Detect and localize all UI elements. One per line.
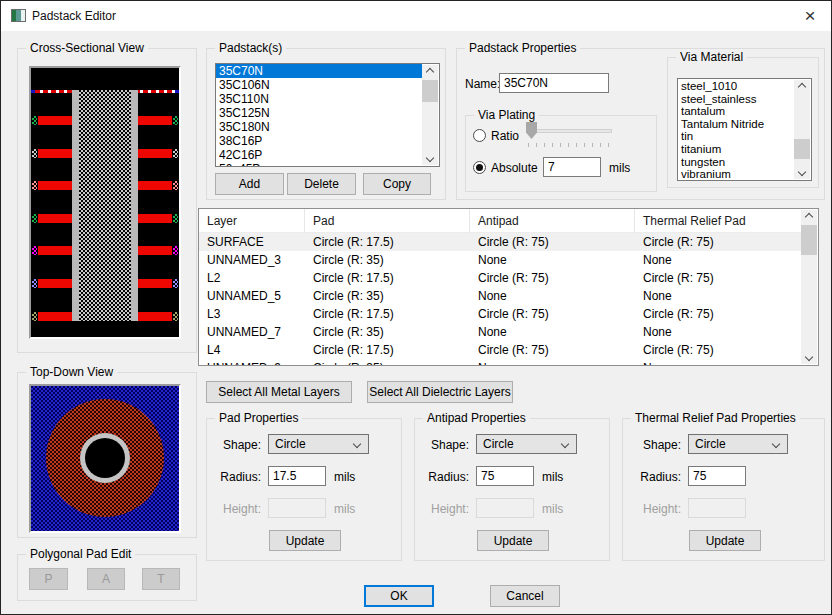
height-units-label: mils bbox=[334, 502, 355, 516]
thermal-shape-dropdown[interactable]: Circle bbox=[688, 434, 788, 454]
antipad-radius-field[interactable] bbox=[476, 466, 534, 486]
table-row[interactable]: L4Circle (R: 17.5)Circle (R: 75)Circle (… bbox=[199, 341, 801, 359]
via-material-list: steel_1010 steel_stainless tantalum Tant… bbox=[677, 78, 812, 181]
radius-units-label: mils bbox=[334, 470, 355, 484]
ratio-radio[interactable] bbox=[473, 129, 486, 142]
via-material-scrollbar[interactable] bbox=[794, 80, 810, 179]
surface-dash-left bbox=[35, 90, 75, 93]
top-down-image bbox=[31, 386, 179, 531]
polygonal-p-button: P bbox=[29, 568, 68, 590]
padstack-properties-group: Padstack Properties Name: Via Plating Ra… bbox=[456, 48, 825, 200]
layer-bar bbox=[38, 116, 72, 125]
layer-bar bbox=[138, 279, 172, 288]
scrollbar-thumb[interactable] bbox=[801, 225, 817, 255]
copy-button[interactable]: Copy bbox=[363, 173, 431, 195]
layer-table: Layer Pad Antipad Thermal Relief Pad SUR… bbox=[198, 208, 819, 366]
via-material-item[interactable]: steel_stainless bbox=[678, 93, 794, 106]
scroll-up-icon[interactable] bbox=[794, 80, 810, 94]
table-row[interactable]: L3Circle (R: 17.5)Circle (R: 75)Circle (… bbox=[199, 305, 801, 323]
cross-section-group: Cross-Sectional View bbox=[17, 48, 197, 353]
add-button[interactable]: Add bbox=[215, 173, 284, 195]
layer-bar bbox=[138, 312, 172, 321]
padstack-list: 35C70N 35C106N 35C110N 35C125N 35C180N 3… bbox=[215, 63, 440, 167]
close-icon[interactable]: × bbox=[797, 3, 823, 29]
padstack-item[interactable]: 35C106N bbox=[216, 78, 422, 92]
scroll-up-icon[interactable] bbox=[801, 210, 817, 224]
app-icon bbox=[11, 9, 26, 22]
scroll-down-icon[interactable] bbox=[794, 165, 810, 179]
ok-button[interactable]: OK bbox=[364, 585, 434, 607]
absolute-radio[interactable] bbox=[473, 161, 486, 174]
table-row[interactable]: UNNAMED_9Circle (R: 35)NoneNone bbox=[199, 359, 801, 365]
layer-bar bbox=[38, 149, 72, 158]
scrollbar-thumb[interactable] bbox=[794, 139, 810, 159]
name-field[interactable] bbox=[499, 73, 609, 93]
select-all-metal-layers-button[interactable]: Select All Metal Layers bbox=[206, 381, 352, 403]
chevron-down-icon bbox=[772, 440, 780, 448]
absolute-value-field[interactable] bbox=[543, 157, 601, 177]
cancel-button[interactable]: Cancel bbox=[490, 585, 560, 607]
pad-radius-field[interactable] bbox=[268, 466, 326, 486]
via-material-item[interactable]: tungsten bbox=[678, 156, 794, 169]
table-row[interactable]: UNNAMED_3Circle (R: 35)NoneNone bbox=[199, 251, 801, 269]
via-material-item[interactable]: titanium bbox=[678, 143, 794, 156]
layer-tick bbox=[173, 279, 178, 288]
height-label: Height: bbox=[423, 502, 469, 516]
antipad-height-field bbox=[476, 498, 534, 518]
ratio-slider-track[interactable] bbox=[532, 129, 612, 133]
scroll-down-icon[interactable] bbox=[801, 350, 817, 364]
column-header[interactable]: Pad bbox=[305, 209, 470, 233]
antipad-update-button[interactable]: Update bbox=[477, 530, 549, 551]
layer-table-scrollbar[interactable] bbox=[801, 210, 817, 364]
polygonal-a-button: A bbox=[87, 568, 125, 590]
layer-bar bbox=[138, 149, 172, 158]
padstack-list-scrollbar[interactable] bbox=[422, 65, 438, 165]
ratio-slider-thumb[interactable] bbox=[526, 122, 537, 139]
polygonal-pad-edit-group: Polygonal Pad Edit P A T bbox=[17, 554, 197, 601]
layer-tick bbox=[32, 116, 37, 125]
thermal-radius-field[interactable] bbox=[688, 466, 746, 486]
titlebar: Padstack Editor × bbox=[1, 1, 831, 31]
radius-units-label: mils bbox=[542, 470, 563, 484]
table-row[interactable]: UNNAMED_7Circle (R: 35)NoneNone bbox=[199, 323, 801, 341]
via-material-item[interactable]: tin bbox=[678, 130, 794, 143]
via-material-item[interactable]: vibranium bbox=[678, 168, 794, 181]
via-material-item[interactable]: Tantalum Nitride bbox=[678, 118, 794, 131]
layer-tick bbox=[32, 279, 37, 288]
layer-tick bbox=[32, 246, 37, 255]
layer-tick bbox=[173, 116, 178, 125]
radius-label: Radius: bbox=[635, 470, 681, 484]
via-material-item[interactable]: tantalum bbox=[678, 105, 794, 118]
polygonal-t-button: T bbox=[142, 568, 180, 590]
column-header[interactable]: Thermal Relief Pad bbox=[635, 209, 803, 233]
padstack-item[interactable]: 50_45P bbox=[216, 162, 422, 167]
padstack-item[interactable]: 35C180N bbox=[216, 120, 422, 134]
radius-label: Radius: bbox=[423, 470, 469, 484]
select-all-dielectric-layers-button[interactable]: Select All Dielectric Layers bbox=[367, 381, 513, 403]
layer-tick bbox=[173, 214, 178, 223]
table-row[interactable]: L2Circle (R: 17.5)Circle (R: 75)Circle (… bbox=[199, 269, 801, 287]
padstack-item[interactable]: 42C16P bbox=[216, 148, 422, 162]
padstack-item[interactable]: 38C16P bbox=[216, 134, 422, 148]
layer-tick bbox=[32, 181, 37, 190]
column-header[interactable]: Antipad bbox=[470, 209, 635, 233]
table-row[interactable]: SURFACECircle (R: 17.5)Circle (R: 75)Cir… bbox=[199, 233, 801, 251]
scroll-down-icon[interactable] bbox=[422, 151, 438, 165]
pad-update-button[interactable]: Update bbox=[269, 530, 341, 551]
layer-table-body: SURFACECircle (R: 17.5)Circle (R: 75)Cir… bbox=[199, 233, 801, 365]
antipad-shape-dropdown[interactable]: Circle bbox=[476, 434, 577, 454]
column-header[interactable]: Layer bbox=[199, 209, 305, 233]
padstack-item[interactable]: 35C70N bbox=[216, 64, 422, 78]
padstack-item[interactable]: 35C110N bbox=[216, 92, 422, 106]
pad-shape-dropdown[interactable]: Circle bbox=[268, 434, 369, 454]
radius-label: Radius: bbox=[215, 470, 261, 484]
scroll-up-icon[interactable] bbox=[422, 65, 438, 79]
thermal-update-button[interactable]: Update bbox=[689, 530, 761, 551]
top-down-label: Top-Down View bbox=[26, 365, 117, 379]
via-material-item[interactable]: steel_1010 bbox=[678, 80, 794, 93]
cross-section-label: Cross-Sectional View bbox=[26, 41, 148, 55]
padstack-item[interactable]: 35C125N bbox=[216, 106, 422, 120]
table-row[interactable]: UNNAMED_5Circle (R: 35)NoneNone bbox=[199, 287, 801, 305]
delete-button[interactable]: Delete bbox=[287, 173, 356, 195]
scrollbar-thumb[interactable] bbox=[422, 80, 438, 102]
